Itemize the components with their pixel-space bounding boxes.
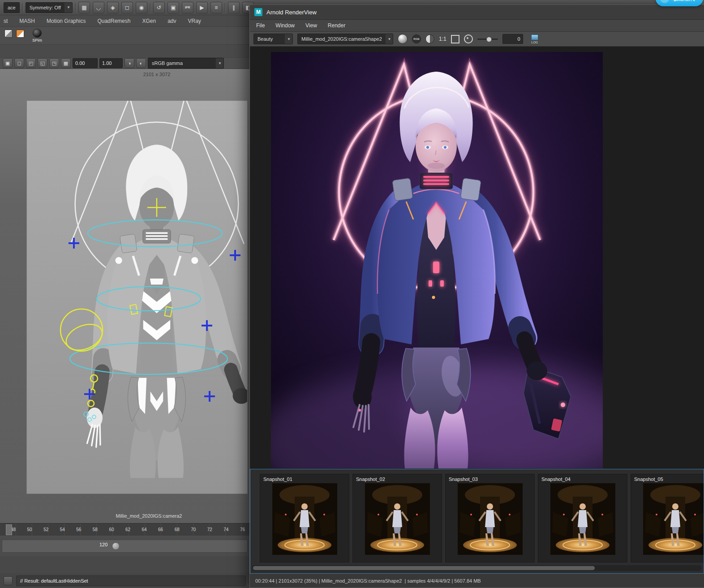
gate-mask-icon[interactable]: ◱ <box>38 58 47 68</box>
tick-label: 54 <box>60 527 65 532</box>
point-snap-icon[interactable]: ◈ <box>107 2 119 13</box>
exposure-slider[interactable] <box>477 39 498 40</box>
exposure-icon[interactable]: ◑ <box>124 58 134 68</box>
arnold-renderview-window: M Arnold RenderView File Window View Ren… <box>249 4 704 588</box>
shelf-tab-mash[interactable]: MASH <box>19 18 35 24</box>
snapshot-label: Snapshot_01 <box>260 474 349 483</box>
aov-dropdown[interactable]: Beauty ▼ <box>253 34 293 44</box>
range-slider-handle[interactable] <box>112 542 120 550</box>
pause-icon[interactable]: ∥ <box>228 2 240 13</box>
tick-label: 62 <box>125 527 130 532</box>
range-end-label: 120 <box>99 542 107 547</box>
snapshot-tile-1[interactable]: Snapshot_01 <box>260 474 349 562</box>
window-title-bar[interactable]: M Arnold RenderView <box>250 5 704 20</box>
snapshot-label: Snapshot_05 <box>631 474 704 483</box>
history-icon[interactable]: ↺ <box>153 2 165 13</box>
tick-label: 70 <box>191 527 196 532</box>
snapshots-strip: Snapshot_01 Snapshot_02 Snapshot_03 Snap… <box>250 469 704 574</box>
shelf-item-spim[interactable]: SPim <box>28 29 47 43</box>
render-status-bar: 00:20:44 | 2101x3072 (35%) | Millie_mod_… <box>250 574 704 588</box>
log-display-toggle[interactable]: LOG <box>531 34 538 44</box>
snapshot-label: Snapshot_02 <box>353 474 442 483</box>
chevron-down-icon: ▼ <box>386 34 393 44</box>
horizontal-scrollbar[interactable] <box>252 565 702 571</box>
snapshot-tile-3[interactable]: Snapshot_03 <box>445 474 535 562</box>
shelf-tab-partial[interactable]: st <box>4 18 8 24</box>
ab-compare-icon[interactable] <box>425 34 434 43</box>
render-sequence-icon[interactable]: ▶ <box>196 2 208 13</box>
shelf-material-icon[interactable] <box>16 30 24 38</box>
scrollbar-thumb[interactable] <box>253 566 595 570</box>
left-partial-label: ace <box>4 5 19 10</box>
menu-view[interactable]: View <box>305 22 317 29</box>
camera-dropdown[interactable]: Millie_mod_2020IGS:cameraShape2 ▼ <box>297 34 393 44</box>
snapshot-tile-2[interactable]: Snapshot_02 <box>352 474 442 562</box>
tick-label: 52 <box>43 527 48 532</box>
menu-render[interactable]: Render <box>328 22 345 29</box>
current-time-marker[interactable] <box>6 524 12 535</box>
make-live-icon[interactable]: ◉ <box>136 2 147 13</box>
symmetry-label: Symmetry: Off <box>26 5 64 10</box>
shelf-plane-icon[interactable] <box>4 30 13 38</box>
viewport-toolbar: ▣ ◻ ◰ ◱ ◳ ▦ ◑ ◐ sRGB gamma ▼ <box>0 57 249 69</box>
render-settings-icon[interactable]: ≡ <box>210 2 222 13</box>
log-label: LOG <box>531 41 538 44</box>
viewport[interactable]: 2101 x 3072 <box>0 69 249 523</box>
maya-application: ace Symmetry: Off ▼ ▦ ◡ ◈ ◻ ◉ ↺ ▣ IPR ▶ … <box>0 0 704 588</box>
render-canvas[interactable] <box>250 47 704 469</box>
render-frame-icon[interactable]: ▣ <box>167 2 179 13</box>
upload-label: 极速上传 <box>673 0 696 3</box>
shelf-item-label: SPim <box>32 38 42 43</box>
window-title: Arnold RenderView <box>266 9 317 16</box>
exposure-slider-handle[interactable] <box>486 37 492 42</box>
rgb-channels-icon[interactable]: RGB <box>412 34 421 43</box>
chevron-down-icon: ▼ <box>216 58 223 68</box>
shelf-tab-adv[interactable]: adv <box>167 18 176 24</box>
resolution-gate-icon[interactable]: ◰ <box>26 58 36 68</box>
snapshot-tile-5[interactable]: Snapshot_05 <box>631 474 704 562</box>
region-crop-icon[interactable] <box>451 35 459 43</box>
gamma-icon[interactable]: ◐ <box>136 58 146 68</box>
exposure-field[interactable] <box>73 58 98 68</box>
snapshot-label: Snapshot_03 <box>446 474 534 483</box>
camera-backdrop <box>27 101 247 494</box>
snapshot-tile-4[interactable]: Snapshot_04 <box>538 474 627 562</box>
toolbar-separator <box>22 3 23 12</box>
help-line: // Result: defaultLastHiddenSet <box>0 573 249 588</box>
tick-label: 76 <box>240 527 245 532</box>
command-line-icon[interactable] <box>4 576 13 585</box>
upload-overlay-button[interactable]: ∞ 极速上传 <box>656 0 703 6</box>
field-chart-icon[interactable]: ▦ <box>61 58 71 68</box>
shelf-tab-quadremesh[interactable]: QuadRemesh <box>97 18 130 24</box>
curve-snap-icon[interactable]: ◡ <box>93 2 104 13</box>
tick-label: 60 <box>109 527 114 532</box>
tick-label: 72 <box>207 527 212 532</box>
renderview-menubar: File Window View Render <box>250 20 704 32</box>
view-transform-dropdown[interactable]: sRGB gamma ▼ <box>148 58 224 69</box>
zoom-ratio-label[interactable]: 1:1 <box>439 36 446 42</box>
render-ball-icon[interactable] <box>398 34 408 44</box>
safe-action-icon[interactable]: ◳ <box>49 58 59 68</box>
aperture-icon[interactable] <box>464 34 473 43</box>
gamma-field[interactable] <box>99 58 123 68</box>
menu-window[interactable]: Window <box>275 22 295 29</box>
command-line-row <box>0 556 249 573</box>
menu-file[interactable]: File <box>256 22 265 29</box>
shelf-tab-xgen[interactable]: XGen <box>142 18 156 24</box>
range-slider[interactable] <box>2 540 248 553</box>
time-slider[interactable]: 48 50 52 54 56 58 60 62 64 66 68 70 72 7… <box>0 523 249 536</box>
script-result-field[interactable]: // Result: defaultLastHiddenSet <box>16 575 246 586</box>
left-partial-control[interactable]: ace <box>4 2 20 13</box>
shelf-tab-vray[interactable]: VRay <box>188 18 201 24</box>
exposure-value-field[interactable] <box>502 34 523 44</box>
plane-snap-icon[interactable]: ◻ <box>121 2 133 13</box>
camera-icon[interactable]: ▣ <box>3 58 13 68</box>
shelf-tab-motion-graphics[interactable]: Motion Graphics <box>47 18 86 24</box>
snapshot-thumbnail <box>458 483 523 555</box>
ipr-render-icon[interactable]: IPR <box>182 2 193 13</box>
grid-snap-icon[interactable]: ▦ <box>78 2 90 13</box>
time-ticks: 48 50 52 54 56 58 60 62 64 66 68 70 72 7… <box>0 524 249 536</box>
symmetry-dropdown[interactable]: Symmetry: Off ▼ <box>26 2 73 13</box>
toolbar-separator <box>225 3 225 12</box>
film-gate-icon[interactable]: ◻ <box>14 58 24 68</box>
